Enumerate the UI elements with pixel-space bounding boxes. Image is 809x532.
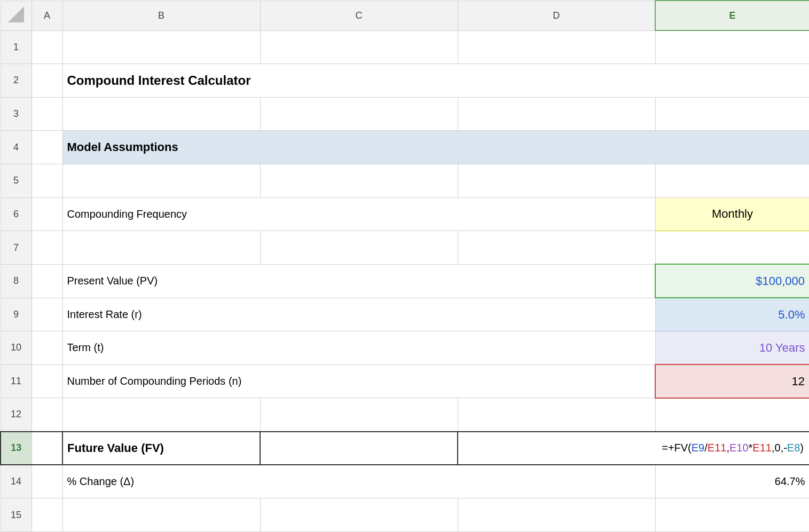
row-num-4: 4 <box>1 131 32 164</box>
cell-e1 <box>655 30 809 64</box>
row-num-10: 10 <box>1 331 32 365</box>
cell-b7 <box>62 231 260 265</box>
formula-e11a: E11 <box>708 442 727 454</box>
row-num-15: 15 <box>1 498 32 532</box>
row-1: 1 <box>1 30 809 64</box>
col-header-c: C <box>260 1 458 30</box>
row-num-5: 5 <box>1 164 32 198</box>
cell-de13-formula: =+FV(E9/E11,E10*E11,0,-E8) <box>458 432 809 465</box>
row-12: 12 <box>1 398 809 432</box>
cell-d15 <box>458 498 655 532</box>
cell-d12 <box>458 398 655 432</box>
row-13: 13 Future Value (FV) =+FV(E9/E11,E10*E11… <box>1 432 809 465</box>
row-15: 15 <box>1 498 809 532</box>
cell-a8 <box>32 264 62 298</box>
cell-a12 <box>32 398 62 432</box>
row-3: 3 <box>1 97 809 131</box>
cell-b14-label: % Change (Δ) <box>62 465 655 498</box>
cell-c3 <box>260 97 458 131</box>
cell-a3 <box>32 97 62 131</box>
formula-suffix: ,0,- <box>772 442 787 454</box>
col-header-d: D <box>458 1 655 30</box>
row-14: 14 % Change (Δ) 64.7% <box>1 465 809 498</box>
cell-d3 <box>458 97 655 131</box>
formula-e10: E10 <box>729 442 749 454</box>
cell-b8-label: Present Value (PV) <box>62 264 655 298</box>
corner-cell <box>1 1 32 30</box>
row-11: 11 Number of Compounding Periods (n) 12 <box>1 364 809 398</box>
row-num-9: 9 <box>1 298 32 331</box>
cell-e10-term[interactable]: 10 Years <box>655 331 809 365</box>
cell-e7 <box>655 231 809 265</box>
cell-a1 <box>32 30 62 64</box>
cell-b4-section: Model Assumptions <box>62 131 809 164</box>
cell-e12 <box>655 398 809 432</box>
cell-e15 <box>655 498 809 532</box>
cell-e8-pv[interactable]: $100,000 <box>655 264 809 298</box>
cell-a11 <box>32 364 62 398</box>
cell-e9-ir[interactable]: 5.0% <box>655 298 809 331</box>
cell-c12 <box>260 398 458 432</box>
cell-b3 <box>62 97 260 131</box>
cell-d1 <box>458 30 655 64</box>
spreadsheet: A B C D E 1 2 Compound Interest Calculat… <box>0 0 809 532</box>
cell-c13 <box>260 432 458 465</box>
cell-e3 <box>655 97 809 131</box>
cell-b2-title: Compound Interest Calculator <box>62 64 809 98</box>
cell-a9 <box>32 298 62 331</box>
cell-c5 <box>260 164 458 198</box>
svg-marker-0 <box>8 6 24 22</box>
formula-e8: E8 <box>787 442 800 454</box>
cell-c15 <box>260 498 458 532</box>
row-10: 10 Term (t) 10 Years <box>1 331 809 365</box>
row-num-11: 11 <box>1 364 32 398</box>
cell-a6 <box>32 197 62 231</box>
cell-a10 <box>32 331 62 365</box>
row-9: 9 Interest Rate (r) 5.0% <box>1 298 809 331</box>
row-num-3: 3 <box>1 97 32 131</box>
cell-b10-label: Term (t) <box>62 331 655 365</box>
cell-e11-n[interactable]: 12 <box>655 364 809 398</box>
cell-b1 <box>62 30 260 64</box>
row-num-14: 14 <box>1 465 32 498</box>
cell-e5 <box>655 164 809 198</box>
cell-c1 <box>260 30 458 64</box>
row-num-13: 13 <box>1 432 32 465</box>
cell-a13 <box>32 432 62 465</box>
col-header-b: B <box>62 1 260 30</box>
cell-a2 <box>32 64 62 98</box>
col-header-a: A <box>32 1 62 30</box>
row-num-8: 8 <box>1 264 32 298</box>
row-num-12: 12 <box>1 398 32 432</box>
cell-a5 <box>32 164 62 198</box>
cell-d5 <box>458 164 655 198</box>
cell-e14-pct: 64.7% <box>655 465 809 498</box>
cell-b12 <box>62 398 260 432</box>
cell-a7 <box>32 231 62 265</box>
cell-a4 <box>32 131 62 164</box>
cell-b13-fv-label: Future Value (FV) <box>62 432 260 465</box>
cell-b9-label: Interest Rate (r) <box>62 298 655 331</box>
row-num-1: 1 <box>1 30 32 64</box>
col-header-e: E <box>655 1 809 30</box>
row-7: 7 <box>1 231 809 265</box>
cell-b5 <box>62 164 260 198</box>
cell-a15 <box>32 498 62 532</box>
row-num-6: 6 <box>1 197 32 231</box>
row-num-2: 2 <box>1 64 32 98</box>
row-num-7: 7 <box>1 231 32 265</box>
cell-c7 <box>260 231 458 265</box>
cell-b15 <box>62 498 260 532</box>
formula-e9: E9 <box>692 442 704 454</box>
row-8: 8 Present Value (PV) $100,000 <box>1 264 809 298</box>
cell-b6-label: Compounding Frequency <box>62 197 655 231</box>
formula-e11b: E11 <box>752 442 772 454</box>
cell-a14 <box>32 465 62 498</box>
cell-d7 <box>458 231 655 265</box>
cell-e6-monthly[interactable]: Monthly <box>655 197 809 231</box>
cell-b11-label: Number of Compounding Periods (n) <box>62 364 655 398</box>
formula-close: ) <box>800 442 804 454</box>
row-4: 4 Model Assumptions <box>1 131 809 164</box>
row-5: 5 <box>1 164 809 198</box>
row-6: 6 Compounding Frequency Monthly <box>1 197 809 231</box>
